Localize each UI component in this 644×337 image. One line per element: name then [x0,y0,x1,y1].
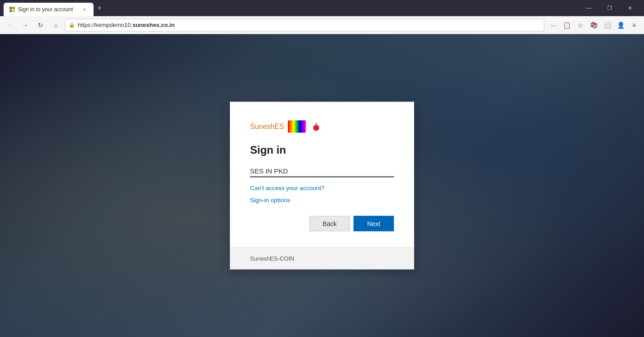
footer-text: SuneshES-COIN [250,255,294,262]
cant-access-link[interactable]: Can't access your account? [250,185,394,191]
account-button[interactable]: 👤 [614,19,627,31]
url-text: https://kempdemo10.suneshes.co.in [78,22,540,28]
tab-title: Sign in to your account [18,6,78,13]
library-button[interactable]: 📚 [587,19,600,31]
svg-point-1 [314,126,318,130]
dialog-main: SuneshES Sign in [230,102,414,248]
tab-sync-button[interactable]: ⬜ [601,19,613,31]
home-button[interactable]: ⌂ [49,19,62,31]
next-button[interactable]: Next [353,216,394,231]
restore-button[interactable]: ❐ [599,0,620,16]
more-options-button[interactable]: ··· [547,19,559,31]
menu-button[interactable]: ≡ [628,19,640,31]
active-tab[interactable]: Sign in to your account × [4,3,94,16]
links-section: Can't access your account? Sign-in optio… [250,185,394,204]
back-nav-button[interactable]: ← [4,19,16,31]
tab-favicon [9,6,15,13]
close-button[interactable]: ✕ [620,0,640,16]
address-bar-row: ← → ↻ ⌂ 🔒 https://kempdemo10.suneshes.co… [0,16,644,34]
brand-header: SuneshES [250,120,394,133]
brand-name: SuneshES [250,123,284,131]
email-input[interactable] [250,165,394,177]
refresh-button[interactable]: ↻ [34,19,47,31]
brand-logo [288,120,306,133]
buttons-row: Back Next [250,216,394,231]
tab-close-button[interactable]: × [81,6,88,13]
window-controls: — ❐ ✕ [578,0,640,16]
new-tab-button[interactable]: + [95,2,104,15]
page-content: SuneshES Sign in [0,34,644,337]
dialog-footer: SuneshES-COIN [230,248,414,269]
address-bar[interactable]: 🔒 https://kempdemo10.suneshes.co.in [65,19,544,31]
toolbar-right: ··· 📋 ☆ 📚 ⬜ 👤 ≡ [547,19,640,31]
url-prefix: https://kempdemo10. [78,22,132,28]
signin-title: Sign in [250,144,394,156]
minimize-button[interactable]: — [578,0,599,16]
browser-titlebar: Sign in to your account × + — ❐ ✕ [0,0,644,16]
signin-dialog: SuneshES Sign in [230,102,414,270]
tab-bar: Sign in to your account × + [4,0,104,16]
signin-options-link[interactable]: Sign-in options [250,197,394,204]
lock-icon: 🔒 [69,22,75,28]
brand-logo-gradient [288,120,306,133]
pocket-button[interactable]: 📋 [560,19,573,31]
back-button[interactable]: Back [309,216,350,231]
url-domain: suneshes.co.in [132,22,174,28]
bookmark-button[interactable]: ☆ [574,19,586,31]
brand-logo2 [309,120,323,133]
email-input-group [250,165,394,177]
forward-nav-button[interactable]: → [19,19,31,31]
